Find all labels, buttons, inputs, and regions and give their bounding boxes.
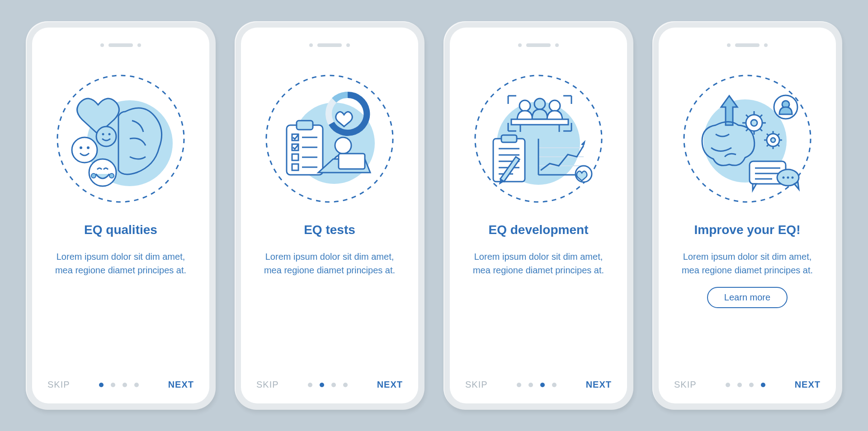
phone-frame: EQ development Lorem ipsum dolor sit dim…	[443, 21, 633, 410]
svg-point-5	[96, 126, 116, 146]
svg-point-29	[534, 98, 545, 109]
eq-qualities-icon	[53, 71, 189, 206]
onboarding-title: EQ qualities	[84, 223, 157, 237]
phone-frame: EQ qualities Lorem ipsum dolor sit dim a…	[26, 21, 216, 410]
onboarding-body: Lorem ipsum dolor sit dim amet, mea regi…	[257, 250, 402, 277]
next-button[interactable]: NEXT	[168, 379, 194, 390]
phone-frame: EQ tests Lorem ipsum dolor sit dim amet,…	[235, 21, 425, 410]
page-dot	[552, 383, 557, 387]
svg-point-10	[109, 173, 114, 178]
svg-point-3	[80, 146, 82, 149]
page-dot	[726, 383, 730, 387]
phone-sensors	[256, 41, 403, 49]
improve-eq-icon	[679, 71, 815, 206]
svg-point-8	[89, 159, 116, 186]
phone-sensors	[47, 41, 194, 49]
onboarding-nav: SKIP NEXT	[465, 379, 612, 390]
onboarding-screen-4: Improve your EQ! Lorem ipsum dolor sit d…	[659, 28, 836, 403]
onboarding-title: EQ development	[489, 223, 589, 237]
svg-point-62	[771, 138, 775, 142]
svg-rect-25	[339, 154, 365, 169]
page-dot	[749, 383, 754, 387]
skip-button[interactable]: SKIP	[47, 379, 70, 390]
eq-tests-icon	[262, 71, 397, 206]
onboarding-title: Improve your EQ!	[694, 223, 801, 237]
page-dot	[761, 383, 765, 387]
svg-point-78	[783, 177, 785, 179]
svg-point-9	[91, 173, 96, 178]
learn-more-button[interactable]: Learn more	[707, 287, 788, 308]
page-indicator	[308, 383, 348, 387]
page-dot	[111, 383, 115, 387]
page-indicator	[99, 383, 139, 387]
svg-point-24	[335, 137, 351, 154]
page-dot	[540, 383, 545, 387]
page-indicator	[517, 383, 557, 387]
svg-point-80	[792, 177, 794, 179]
page-dot	[517, 383, 521, 387]
page-dot	[123, 383, 127, 387]
page-dot	[343, 383, 348, 387]
svg-point-79	[787, 177, 789, 179]
page-dot	[737, 383, 742, 387]
svg-point-28	[519, 100, 530, 111]
onboarding-title: EQ tests	[304, 223, 355, 237]
skip-button[interactable]: SKIP	[674, 379, 697, 390]
svg-point-4	[87, 146, 90, 149]
phone-frame: Improve your EQ! Lorem ipsum dolor sit d…	[652, 21, 842, 410]
onboarding-screen-3: EQ development Lorem ipsum dolor sit dim…	[450, 28, 627, 403]
svg-rect-35	[501, 135, 517, 142]
onboarding-nav: SKIP NEXT	[47, 379, 194, 390]
onboarding-body: Lorem ipsum dolor sit dim amet, mea regi…	[48, 250, 193, 277]
onboarding-screen-2: EQ tests Lorem ipsum dolor sit dim amet,…	[241, 28, 418, 403]
svg-point-2	[72, 137, 97, 163]
onboarding-nav: SKIP NEXT	[674, 379, 821, 390]
svg-point-52	[751, 120, 757, 126]
svg-rect-15	[297, 121, 313, 130]
page-dot	[134, 383, 139, 387]
svg-point-30	[549, 100, 560, 111]
phone-sensors	[674, 41, 821, 49]
next-button[interactable]: NEXT	[586, 379, 612, 390]
page-indicator	[726, 383, 765, 387]
skip-button[interactable]: SKIP	[256, 379, 279, 390]
eq-development-icon	[471, 71, 606, 206]
next-button[interactable]: NEXT	[377, 379, 403, 390]
onboarding-body: Lorem ipsum dolor sit dim amet, mea regi…	[675, 250, 820, 277]
page-dot	[528, 383, 533, 387]
next-button[interactable]: NEXT	[795, 379, 821, 390]
onboarding-screen-1: EQ qualities Lorem ipsum dolor sit dim a…	[32, 28, 209, 403]
svg-point-6	[102, 133, 104, 136]
page-dot	[320, 383, 324, 387]
phone-sensors	[465, 41, 612, 49]
page-dot	[99, 383, 104, 387]
skip-button[interactable]: SKIP	[465, 379, 488, 390]
onboarding-body: Lorem ipsum dolor sit dim amet, mea regi…	[466, 250, 611, 277]
onboarding-nav: SKIP NEXT	[256, 379, 403, 390]
page-dot	[308, 383, 312, 387]
svg-point-7	[108, 133, 111, 136]
svg-rect-31	[511, 119, 568, 125]
page-dot	[331, 383, 336, 387]
